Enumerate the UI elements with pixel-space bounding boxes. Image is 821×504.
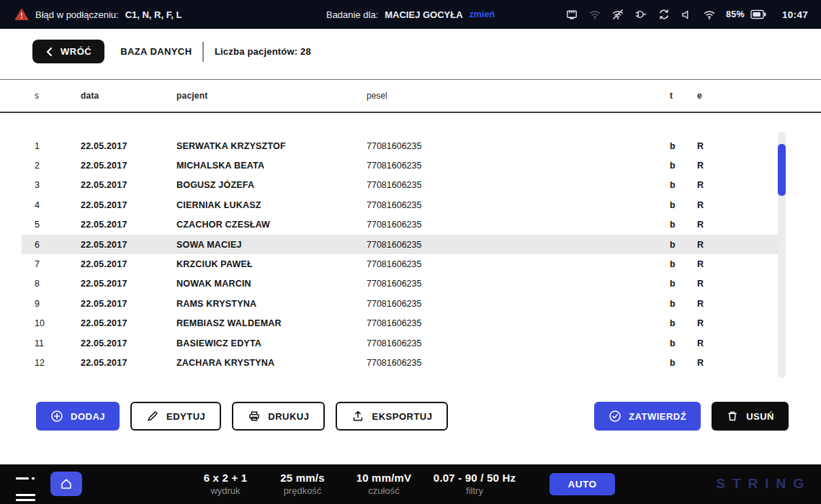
menu-button[interactable]	[16, 477, 35, 504]
wifi-off-icon	[611, 8, 624, 21]
table-row[interactable]: 422.05.2017CIERNIAK ŁUKASZ77081606235bR	[22, 195, 778, 215]
cell-pacjent: CIERNIAK ŁUKASZ	[176, 200, 367, 210]
edit-button[interactable]: EDYTUJ	[130, 402, 221, 431]
cell-data: 22.05.2017	[81, 338, 176, 348]
warning-icon	[14, 8, 29, 21]
table-row[interactable]: 1222.05.2017ZACHARA KRYSTYNA77081606235b…	[22, 353, 778, 372]
cell-t: b	[665, 358, 694, 368]
page-title: BAZA DANYCH	[120, 46, 192, 57]
table-row[interactable]: 822.05.2017NOWAK MARCIN77081606235bR	[22, 274, 778, 294]
column-header-pesel: pesel	[367, 91, 665, 101]
cell-data: 22.05.2017	[81, 200, 176, 210]
exam-patient-name: MACIEJ GOCYŁA	[385, 9, 462, 20]
cell-data: 22.05.2017	[81, 299, 176, 309]
cell-pacjent: BASIEWICZ EDYTA	[176, 338, 367, 348]
table-row[interactable]: 222.05.2017MICHALSKA BEATA77081606235bR	[22, 156, 778, 175]
cell-data: 22.05.2017	[81, 141, 176, 151]
cell-e: R	[694, 200, 723, 210]
wifi-icon	[703, 8, 716, 21]
back-button[interactable]: WRÓĆ	[32, 40, 104, 63]
battery-icon	[750, 9, 766, 19]
cell-pesel: 77081606235	[367, 318, 665, 328]
stat-predkosc-label: prędkość	[263, 485, 342, 497]
cell-pacjent: BOGUSZ JÓZEFA	[176, 180, 367, 190]
scrollbar-track[interactable]	[778, 132, 786, 378]
cell-e: R	[694, 358, 723, 368]
scrollbar-thumb[interactable]	[778, 144, 786, 196]
plug-icon	[634, 8, 647, 21]
export-button-label: EKSPORTUJ	[372, 411, 432, 422]
change-patient-link[interactable]: zmień	[470, 9, 495, 19]
pencil-icon	[146, 410, 159, 423]
cell-e: R	[694, 161, 723, 171]
cell-data: 22.05.2017	[81, 279, 176, 289]
home-button[interactable]	[50, 472, 82, 496]
stat-predkosc[interactable]: 25 mm/s prędkość	[263, 471, 342, 497]
edit-button-label: EDYTUJ	[166, 411, 205, 422]
stat-wydruk-value: 6 x 2 + 1	[186, 471, 265, 485]
cell-e: R	[694, 180, 723, 190]
cell-pesel: 77081606235	[367, 299, 665, 309]
table-row[interactable]: 1122.05.2017BASIEWICZ EDYTA77081606235bR	[22, 333, 778, 353]
cell-t: b	[665, 161, 694, 171]
cell-data: 22.05.2017	[81, 358, 176, 368]
cell-data: 22.05.2017	[81, 180, 176, 190]
cell-e: R	[694, 299, 723, 309]
cell-pesel: 77081606235	[367, 161, 665, 171]
add-button[interactable]: DODAJ	[36, 402, 120, 431]
stat-czulosc[interactable]: 10 mm/mV czułość	[344, 471, 423, 497]
delete-button[interactable]: USUŃ	[712, 402, 789, 431]
cell-data: 22.05.2017	[81, 240, 176, 250]
cell-s: 7	[22, 259, 81, 269]
cell-e: R	[694, 338, 723, 348]
cell-pacjent: SOWA MACIEJ	[176, 240, 367, 250]
status-icons: 85% 10:47	[565, 8, 808, 21]
ethernet-port-icon	[565, 8, 578, 21]
add-button-label: DODAJ	[71, 411, 105, 422]
cell-s: 6	[22, 240, 81, 250]
stat-filtry[interactable]: 0.07 - 90 / 50 Hz filtry	[421, 471, 529, 497]
cell-pesel: 77081606235	[367, 279, 665, 289]
cell-s: 3	[22, 180, 81, 190]
exam-for: Badanie dla: MACIEJ GOCYŁA zmień	[326, 9, 495, 20]
stat-filtry-label: filtry	[421, 485, 529, 497]
cell-t: b	[665, 259, 694, 269]
column-header-t: t	[665, 91, 694, 101]
top-status-bar: Błąd w podłączeniu: C1, N, R, F, L Badan…	[0, 0, 821, 29]
cell-s: 8	[22, 279, 81, 289]
sync-icon	[658, 8, 670, 21]
export-button[interactable]: EKSPORTUJ	[336, 402, 448, 431]
cell-e: R	[694, 318, 723, 328]
table-row[interactable]: 322.05.2017BOGUSZ JÓZEFA77081606235bR	[22, 176, 778, 195]
table-row[interactable]: 622.05.2017SOWA MACIEJ77081606235bR	[22, 235, 778, 254]
table-row[interactable]: 522.05.2017CZACHOR CZESŁAW77081606235bR	[22, 215, 778, 235]
cell-t: b	[665, 200, 694, 210]
cell-s: 11	[22, 338, 81, 348]
approve-button[interactable]: ZATWIERDŹ	[594, 402, 701, 431]
exam-label: Badanie dla:	[326, 9, 378, 20]
auto-button[interactable]: AUTO	[549, 473, 615, 495]
cell-s: 2	[22, 161, 81, 171]
cell-pacjent: NOWAK MARCIN	[176, 279, 367, 289]
cell-e: R	[694, 240, 723, 250]
cell-t: b	[665, 240, 694, 250]
patient-count: Liczba pacjentów: 28	[215, 46, 311, 57]
stat-wydruk[interactable]: 6 x 2 + 1 wydruk	[186, 471, 265, 497]
print-button[interactable]: DRUKUJ	[232, 402, 325, 431]
battery-percent: 85%	[726, 9, 745, 19]
cell-s: 12	[22, 358, 81, 368]
table-header: s data pacjent pesel t e	[0, 79, 821, 113]
table-row[interactable]: 122.05.2017SERWATKA KRZYSZTOF77081606235…	[22, 136, 778, 156]
cell-s: 9	[22, 299, 81, 309]
table-row[interactable]: 1022.05.2017REMBIASZ WALDEMAR77081606235…	[22, 314, 778, 333]
column-header-data: data	[81, 91, 176, 101]
plus-circle-icon	[50, 410, 63, 423]
toolbar-divider	[202, 42, 204, 62]
clock: 10:47	[782, 9, 808, 20]
cell-t: b	[665, 141, 694, 151]
table-row[interactable]: 722.05.2017KRZCIUK PAWEŁ77081606235bR	[22, 254, 778, 274]
cell-data: 22.05.2017	[81, 259, 176, 269]
cell-data: 22.05.2017	[81, 220, 176, 230]
cell-t: b	[665, 299, 694, 309]
table-row[interactable]: 922.05.2017RAMS KRYSTYNA77081606235bR	[22, 294, 778, 313]
